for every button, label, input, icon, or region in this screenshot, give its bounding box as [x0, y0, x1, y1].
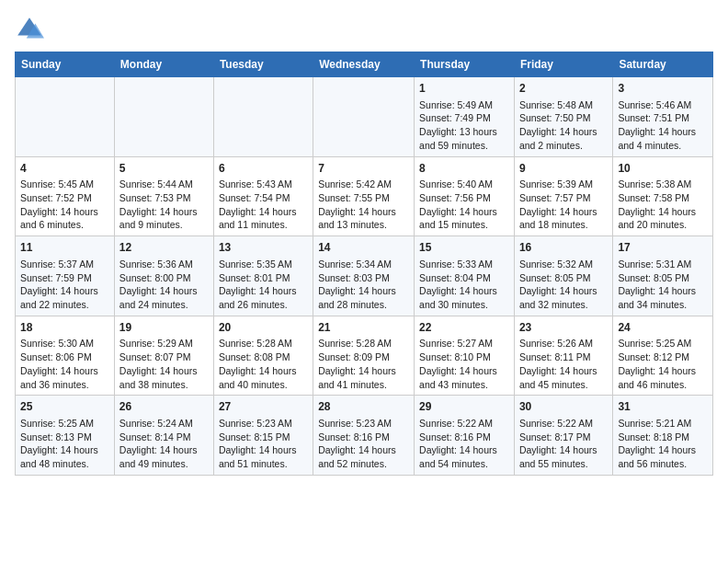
weekday-header-friday: Friday: [514, 52, 612, 77]
calendar-cell: 24Sunrise: 5:25 AM Sunset: 8:12 PM Dayli…: [613, 316, 713, 396]
day-number: 29: [419, 399, 509, 415]
day-number: 7: [318, 161, 409, 177]
weekday-header-thursday: Thursday: [415, 52, 515, 77]
calendar-cell: 26Sunrise: 5:24 AM Sunset: 8:14 PM Dayli…: [114, 396, 213, 476]
logo: [15, 15, 48, 44]
calendar-cell: 23Sunrise: 5:26 AM Sunset: 8:11 PM Dayli…: [514, 316, 612, 396]
calendar-cell: 15Sunrise: 5:33 AM Sunset: 8:04 PM Dayli…: [415, 236, 515, 316]
day-number: 19: [119, 320, 209, 336]
calendar-cell: 11Sunrise: 5:37 AM Sunset: 7:59 PM Dayli…: [16, 236, 115, 316]
day-info: Sunrise: 5:35 AM Sunset: 8:01 PM Dayligh…: [219, 258, 308, 312]
calendar-week-1: 1Sunrise: 5:49 AM Sunset: 7:49 PM Daylig…: [16, 77, 713, 157]
day-info: Sunrise: 5:37 AM Sunset: 7:59 PM Dayligh…: [20, 258, 109, 312]
day-number: 5: [119, 161, 209, 177]
day-info: Sunrise: 5:45 AM Sunset: 7:52 PM Dayligh…: [20, 178, 109, 232]
day-number: 11: [20, 240, 109, 256]
calendar-week-3: 11Sunrise: 5:37 AM Sunset: 7:59 PM Dayli…: [16, 236, 713, 316]
weekday-header-sunday: Sunday: [16, 52, 115, 77]
day-number: 12: [119, 240, 209, 256]
day-info: Sunrise: 5:36 AM Sunset: 8:00 PM Dayligh…: [119, 258, 209, 312]
day-number: 27: [219, 399, 308, 415]
day-number: 18: [20, 320, 109, 336]
day-info: Sunrise: 5:48 AM Sunset: 7:50 PM Dayligh…: [519, 98, 608, 153]
day-info: Sunrise: 5:27 AM Sunset: 8:10 PM Dayligh…: [419, 337, 509, 391]
weekday-header-row: SundayMondayTuesdayWednesdayThursdayFrid…: [16, 52, 713, 77]
day-number: 30: [519, 399, 608, 415]
day-info: Sunrise: 5:25 AM Sunset: 8:13 PM Dayligh…: [20, 417, 109, 471]
day-number: 2: [519, 81, 608, 97]
day-number: 24: [618, 320, 708, 336]
day-info: Sunrise: 5:43 AM Sunset: 7:54 PM Dayligh…: [219, 178, 308, 232]
calendar-cell: 9Sunrise: 5:39 AM Sunset: 7:57 PM Daylig…: [514, 156, 612, 236]
day-info: Sunrise: 5:39 AM Sunset: 7:57 PM Dayligh…: [519, 178, 608, 232]
calendar-cell: 6Sunrise: 5:43 AM Sunset: 7:54 PM Daylig…: [213, 156, 313, 236]
calendar-cell: 2Sunrise: 5:48 AM Sunset: 7:50 PM Daylig…: [514, 77, 612, 157]
day-number: 14: [318, 240, 409, 256]
calendar-cell: 3Sunrise: 5:46 AM Sunset: 7:51 PM Daylig…: [613, 77, 713, 157]
day-info: Sunrise: 5:38 AM Sunset: 7:58 PM Dayligh…: [618, 178, 708, 232]
calendar-cell: 7Sunrise: 5:42 AM Sunset: 7:55 PM Daylig…: [313, 156, 415, 236]
day-info: Sunrise: 5:29 AM Sunset: 8:07 PM Dayligh…: [119, 337, 209, 391]
day-info: Sunrise: 5:28 AM Sunset: 8:09 PM Dayligh…: [318, 337, 409, 391]
day-info: Sunrise: 5:28 AM Sunset: 8:08 PM Dayligh…: [219, 337, 308, 391]
day-number: 25: [20, 399, 109, 415]
day-info: Sunrise: 5:30 AM Sunset: 8:06 PM Dayligh…: [20, 337, 109, 391]
day-number: 28: [318, 399, 409, 415]
day-info: Sunrise: 5:32 AM Sunset: 8:05 PM Dayligh…: [519, 258, 608, 312]
calendar-cell: [16, 77, 115, 157]
calendar-cell: 17Sunrise: 5:31 AM Sunset: 8:05 PM Dayli…: [613, 236, 713, 316]
day-number: 4: [20, 161, 109, 177]
weekday-header-wednesday: Wednesday: [313, 52, 415, 77]
calendar-cell: 12Sunrise: 5:36 AM Sunset: 8:00 PM Dayli…: [114, 236, 213, 316]
day-number: 20: [219, 320, 308, 336]
day-number: 6: [219, 161, 308, 177]
day-number: 22: [419, 320, 509, 336]
day-number: 17: [618, 240, 708, 256]
calendar-week-4: 18Sunrise: 5:30 AM Sunset: 8:06 PM Dayli…: [16, 316, 713, 396]
day-number: 21: [318, 320, 409, 336]
day-info: Sunrise: 5:26 AM Sunset: 8:11 PM Dayligh…: [519, 337, 608, 391]
logo-icon: [15, 15, 44, 44]
calendar-cell: 21Sunrise: 5:28 AM Sunset: 8:09 PM Dayli…: [313, 316, 415, 396]
calendar-cell: 20Sunrise: 5:28 AM Sunset: 8:08 PM Dayli…: [213, 316, 313, 396]
calendar-cell: 29Sunrise: 5:22 AM Sunset: 8:16 PM Dayli…: [415, 396, 515, 476]
day-info: Sunrise: 5:24 AM Sunset: 8:14 PM Dayligh…: [119, 417, 209, 471]
day-info: Sunrise: 5:34 AM Sunset: 8:03 PM Dayligh…: [318, 258, 409, 312]
weekday-header-saturday: Saturday: [613, 52, 713, 77]
day-info: Sunrise: 5:31 AM Sunset: 8:05 PM Dayligh…: [618, 258, 708, 312]
day-number: 1: [419, 81, 509, 97]
day-info: Sunrise: 5:40 AM Sunset: 7:56 PM Dayligh…: [419, 178, 509, 232]
day-info: Sunrise: 5:23 AM Sunset: 8:15 PM Dayligh…: [219, 417, 308, 471]
day-number: 10: [618, 161, 708, 177]
calendar-week-5: 25Sunrise: 5:25 AM Sunset: 8:13 PM Dayli…: [16, 396, 713, 476]
calendar-cell: 8Sunrise: 5:40 AM Sunset: 7:56 PM Daylig…: [415, 156, 515, 236]
day-number: 26: [119, 399, 209, 415]
day-info: Sunrise: 5:44 AM Sunset: 7:53 PM Dayligh…: [119, 178, 209, 232]
calendar-cell: 28Sunrise: 5:23 AM Sunset: 8:16 PM Dayli…: [313, 396, 415, 476]
day-info: Sunrise: 5:23 AM Sunset: 8:16 PM Dayligh…: [318, 417, 409, 471]
day-info: Sunrise: 5:42 AM Sunset: 7:55 PM Dayligh…: [318, 178, 409, 232]
calendar-cell: 31Sunrise: 5:21 AM Sunset: 8:18 PM Dayli…: [613, 396, 713, 476]
day-number: 16: [519, 240, 608, 256]
day-number: 23: [519, 320, 608, 336]
weekday-header-monday: Monday: [114, 52, 213, 77]
calendar-cell: [114, 77, 213, 157]
calendar-cell: 10Sunrise: 5:38 AM Sunset: 7:58 PM Dayli…: [613, 156, 713, 236]
calendar-cell: 13Sunrise: 5:35 AM Sunset: 8:01 PM Dayli…: [213, 236, 313, 316]
calendar-week-2: 4Sunrise: 5:45 AM Sunset: 7:52 PM Daylig…: [16, 156, 713, 236]
day-number: 13: [219, 240, 308, 256]
day-number: 15: [419, 240, 509, 256]
calendar-table: SundayMondayTuesdayWednesdayThursdayFrid…: [15, 52, 713, 476]
weekday-header-tuesday: Tuesday: [213, 52, 313, 77]
calendar-cell: [313, 77, 415, 157]
day-number: 9: [519, 161, 608, 177]
day-number: 8: [419, 161, 509, 177]
calendar-cell: 16Sunrise: 5:32 AM Sunset: 8:05 PM Dayli…: [514, 236, 612, 316]
calendar-cell: 27Sunrise: 5:23 AM Sunset: 8:15 PM Dayli…: [213, 396, 313, 476]
day-info: Sunrise: 5:49 AM Sunset: 7:49 PM Dayligh…: [419, 98, 509, 153]
day-info: Sunrise: 5:21 AM Sunset: 8:18 PM Dayligh…: [618, 417, 708, 471]
calendar-cell: 5Sunrise: 5:44 AM Sunset: 7:53 PM Daylig…: [114, 156, 213, 236]
calendar-cell: 19Sunrise: 5:29 AM Sunset: 8:07 PM Dayli…: [114, 316, 213, 396]
calendar-cell: 18Sunrise: 5:30 AM Sunset: 8:06 PM Dayli…: [16, 316, 115, 396]
day-info: Sunrise: 5:33 AM Sunset: 8:04 PM Dayligh…: [419, 258, 509, 312]
